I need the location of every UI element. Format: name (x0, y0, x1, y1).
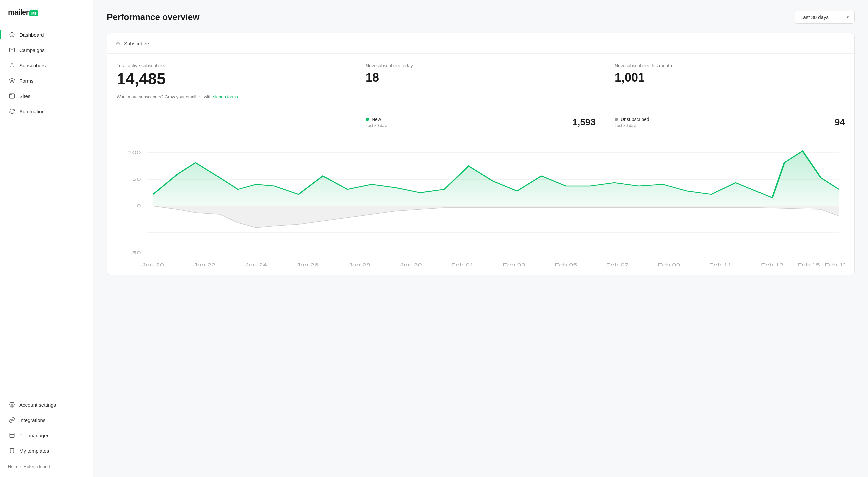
gray-dot (615, 118, 618, 121)
sidebar-label-sites: Sites (19, 93, 30, 99)
section-header-title: Subscribers (124, 41, 150, 46)
clock-icon (9, 31, 16, 38)
svg-text:Feb 13: Feb 13 (761, 263, 783, 267)
svg-text:-50: -50 (129, 250, 141, 255)
page-title: Performance overview (107, 12, 199, 22)
mail-icon (9, 47, 16, 54)
new-30-label-wrap: New Last 30 days (366, 117, 388, 128)
unsub-period: Last 30 days (615, 124, 649, 128)
svg-text:Jan 20: Jan 20 (142, 263, 164, 267)
svg-text:Jan 26: Jan 26 (297, 263, 319, 267)
sidebar-label-my-templates: My templates (19, 448, 49, 454)
svg-point-2 (11, 63, 13, 65)
sidebar-item-file-manager[interactable]: File manager (4, 428, 89, 443)
new-today-value: 18 (366, 72, 596, 84)
layers-icon (9, 77, 16, 84)
help-link[interactable]: Help (8, 464, 17, 469)
sidebar-item-subscribers[interactable]: Subscribers (4, 58, 89, 73)
chart-svg: 100 50 0 -50 (117, 143, 845, 270)
cta-text: Want more subscribers? Grow your email l… (117, 94, 212, 99)
browser-icon (9, 93, 16, 99)
svg-text:Jan 22: Jan 22 (194, 263, 215, 267)
date-filter-label: Last 30 days (800, 14, 829, 20)
sidebar-label-integrations: Integrations (19, 417, 45, 423)
subscribers-section-card: Subscribers Total active subscribers 14,… (107, 33, 855, 275)
refer-link[interactable]: Refer a friend (24, 464, 50, 469)
sidebar-label-automation: Automation (19, 109, 45, 114)
empty-sub-cell (107, 110, 356, 135)
unsub-label-wrap: Unsubscribed Last 30 days (615, 117, 649, 128)
new-30-cell: New Last 30 days 1,593 (356, 110, 605, 135)
svg-text:Feb 05: Feb 05 (555, 263, 577, 267)
svg-point-12 (117, 41, 119, 42)
total-active-cell: Total active subscribers 14,485 Want mor… (107, 54, 356, 110)
sub-stats-grid: New Last 30 days 1,593 Unsubscribed Last… (107, 110, 854, 135)
new-30-label: New (372, 117, 381, 122)
svg-rect-9 (10, 433, 14, 438)
svg-text:Feb 07: Feb 07 (606, 263, 629, 267)
new-month-label: New subscribers this month (615, 63, 845, 68)
logo-badge: lite (29, 10, 38, 16)
chart-svg-wrap: 100 50 0 -50 (117, 143, 845, 270)
sidebar-label-account-settings: Account settings (19, 402, 56, 408)
new-today-cell: New subscribers today 18 (356, 54, 605, 110)
logo-text: mailerlite (8, 8, 38, 17)
svg-text:Feb 11: Feb 11 (709, 263, 732, 267)
svg-text:Feb 03: Feb 03 (503, 263, 525, 267)
chevron-down-icon: ▾ (847, 15, 849, 20)
svg-text:Feb 09: Feb 09 (658, 263, 680, 267)
sidebar-item-integrations[interactable]: Integrations (4, 413, 89, 427)
logo-mailer: mailer (8, 8, 29, 16)
svg-text:Feb 17: Feb 17 (825, 263, 845, 267)
file-icon (9, 432, 16, 439)
sidebar-item-dashboard[interactable]: Dashboard (4, 27, 89, 42)
new-month-value: 1,001 (615, 72, 845, 84)
unsub-indicator: Unsubscribed (615, 117, 649, 122)
sidebar-label-campaigns: Campaigns (19, 47, 45, 53)
new-today-label: New subscribers today (366, 63, 596, 68)
sidebar: mailerlite Dashboard Campaigns Subscribe… (0, 0, 93, 477)
logo-area: mailerlite (0, 8, 93, 27)
unsub-label: Unsubscribed (621, 117, 649, 122)
svg-text:Jan 30: Jan 30 (400, 263, 422, 267)
svg-text:Feb 01: Feb 01 (452, 263, 474, 267)
section-header: Subscribers (107, 33, 854, 54)
date-filter-dropdown[interactable]: Last 30 days ▾ (795, 11, 855, 24)
sidebar-item-my-templates[interactable]: My templates (4, 443, 89, 458)
cta-link[interactable]: signup forms. (213, 94, 239, 99)
svg-rect-4 (10, 94, 15, 98)
new-30-indicator: New (366, 117, 388, 122)
main-content: Performance overview Last 30 days ▾ Subs… (93, 0, 868, 477)
svg-text:0: 0 (136, 203, 141, 208)
sidebar-item-automation[interactable]: Automation (4, 104, 89, 119)
green-dot (366, 118, 369, 121)
total-active-value: 14,485 (117, 71, 346, 87)
chart-area: 100 50 0 -50 (107, 135, 854, 275)
unsub-value: 94 (835, 117, 845, 128)
sidebar-item-account-settings[interactable]: Account settings (4, 397, 89, 412)
svg-marker-3 (10, 78, 15, 81)
svg-text:Jan 28: Jan 28 (348, 263, 371, 267)
svg-text:50: 50 (132, 177, 141, 181)
sidebar-item-forms[interactable]: Forms (4, 73, 89, 88)
refresh-icon (9, 108, 16, 115)
svg-text:Jan 24: Jan 24 (245, 263, 267, 267)
page-header: Performance overview Last 30 days ▾ (107, 11, 855, 24)
sidebar-label-forms: Forms (19, 78, 34, 84)
link-icon (9, 417, 16, 423)
footer-separator (20, 466, 21, 467)
subscribers-header-icon (115, 40, 121, 47)
bookmark-icon (9, 447, 16, 454)
new-30-period: Last 30 days (366, 124, 388, 128)
svg-text:Feb 15: Feb 15 (797, 263, 820, 267)
sidebar-label-dashboard: Dashboard (19, 32, 44, 38)
stats-grid: Total active subscribers 14,485 Want mor… (107, 54, 854, 110)
sidebar-item-sites[interactable]: Sites (4, 89, 89, 103)
total-active-label: Total active subscribers (117, 63, 346, 68)
svg-point-8 (11, 404, 13, 406)
user-icon (9, 62, 16, 69)
unsub-cell: Unsubscribed Last 30 days 94 (605, 110, 854, 135)
sidebar-item-campaigns[interactable]: Campaigns (4, 43, 89, 57)
sidebar-label-file-manager: File manager (19, 433, 49, 438)
nav-items: Dashboard Campaigns Subscribers Forms (0, 27, 93, 387)
